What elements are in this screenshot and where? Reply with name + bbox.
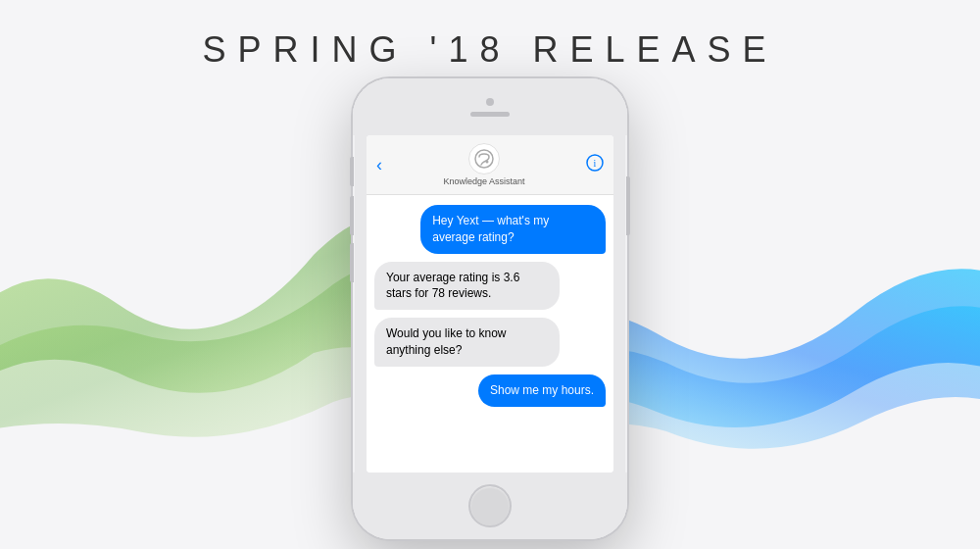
svg-point-0 xyxy=(475,150,493,168)
phone-power-button xyxy=(626,176,630,235)
chat-bubble-4: Show me my hours. xyxy=(478,374,606,407)
back-button[interactable]: ‹ xyxy=(376,155,382,175)
phone-volume-up-button xyxy=(350,196,354,235)
phone-camera xyxy=(486,98,494,106)
phone-screen: ‹ Knowledge Assistant i xyxy=(367,135,613,473)
svg-text:i: i xyxy=(594,158,597,169)
phone-speaker xyxy=(470,112,510,117)
chat-header: ‹ Knowledge Assistant i xyxy=(367,135,613,195)
phone-mute-button xyxy=(350,157,354,186)
phone-volume-down-button xyxy=(350,243,354,282)
chat-bubble-1: Hey Yext — what's my average rating? xyxy=(420,205,606,254)
assistant-avatar xyxy=(468,143,500,175)
chat-header-center: Knowledge Assistant xyxy=(443,143,524,186)
phone-body: ‹ Knowledge Assistant i xyxy=(353,78,627,539)
phone-top-bezel xyxy=(353,78,627,135)
chat-bubble-2: Your average rating is 3.6 stars for 78 … xyxy=(374,262,560,311)
svg-point-1 xyxy=(486,161,489,164)
page-title: SPRING '18 RELEASE xyxy=(0,29,980,71)
chat-bubble-3: Would you like to know anything else? xyxy=(374,318,560,367)
phone-bottom-bezel xyxy=(353,473,627,539)
chat-messages: Hey Yext — what's my average rating?Your… xyxy=(367,195,613,473)
home-button[interactable] xyxy=(468,484,512,527)
assistant-name: Knowledge Assistant xyxy=(443,176,524,186)
phone-device: ‹ Knowledge Assistant i xyxy=(353,78,627,539)
info-button[interactable]: i xyxy=(586,154,604,175)
